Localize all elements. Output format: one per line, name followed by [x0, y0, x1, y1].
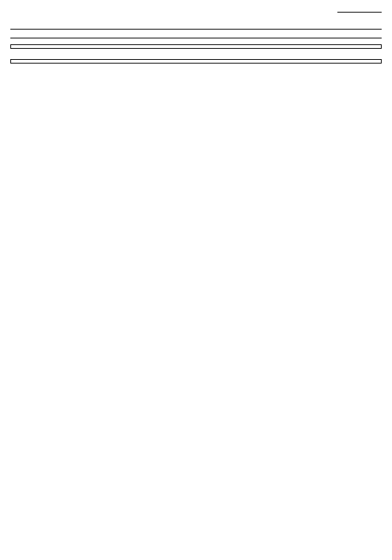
project-name-value[interactable]: [10, 21, 134, 29]
participants-value[interactable]: [258, 21, 382, 29]
meta-row-2: [10, 30, 382, 38]
meta-row-1: [10, 21, 382, 30]
start-date-value[interactable]: [10, 30, 134, 38]
creation-date-value: [337, 12, 382, 13]
end-date-value[interactable]: [134, 30, 258, 38]
calendar-grid-bottom: [10, 59, 382, 64]
client-value[interactable]: [134, 21, 258, 29]
meta-empty-value: [258, 30, 382, 38]
header-date: [10, 7, 382, 14]
